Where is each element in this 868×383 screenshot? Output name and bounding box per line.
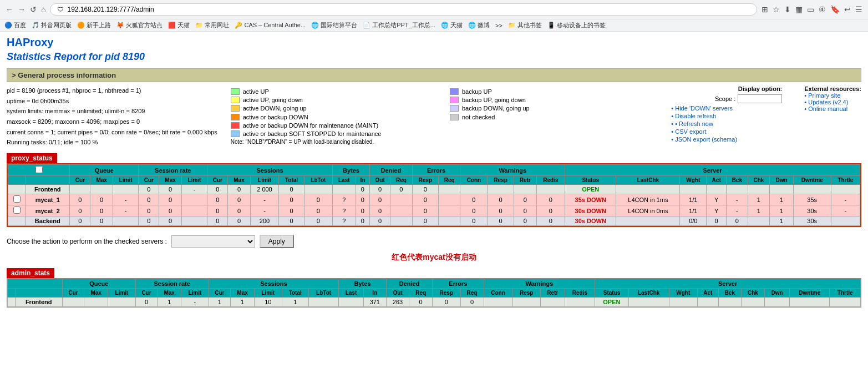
th-b-in: In — [356, 176, 369, 185]
th-d-resp: Resp — [412, 176, 438, 185]
extensions-icon[interactable]: ⊞ — [762, 5, 768, 14]
th-chk: Chk — [748, 176, 770, 185]
legend-color-active-up — [231, 88, 240, 95]
th-denied: Denied — [370, 165, 413, 176]
download-icon[interactable]: ⬇ — [784, 5, 791, 14]
reload-btn[interactable]: ↺ — [30, 5, 37, 14]
table-row: Frontend 0 0 - 0 0 2 000 0 0 — [8, 185, 860, 194]
forward-btn[interactable]: → — [18, 5, 26, 14]
bookmark-cas[interactable]: 🔑 CAS – Central Authe... — [235, 22, 306, 29]
th-q-limit: Limit — [113, 176, 139, 185]
system-limits: system limits: memmax = unlimited; ulimi… — [7, 106, 217, 117]
menu-icon[interactable]: ☰ — [855, 5, 862, 14]
back-btn[interactable]: ← — [6, 5, 13, 14]
tab-icon[interactable]: ▭ — [807, 5, 814, 14]
th-w-retr: Retr — [514, 176, 536, 185]
external-resources: External resources: Primary site Updates… — [804, 85, 861, 148]
json-export-link[interactable]: JSON export (schema) — [671, 136, 782, 143]
th-q-cur: Cur — [70, 176, 90, 185]
back-arrow-icon[interactable]: ↩ — [844, 5, 851, 14]
legend-label-not-checked: not checked — [462, 114, 495, 120]
frontend-status: OPEN — [565, 185, 616, 194]
th-s-max: Max — [228, 176, 250, 185]
legend-color-not-checked — [450, 114, 459, 120]
apply-button[interactable]: Apply — [260, 235, 294, 248]
home-btn[interactable]: ⌂ — [41, 5, 45, 14]
online-manual-link[interactable]: Online manual — [804, 105, 861, 112]
csv-export-link[interactable]: CSV export — [671, 128, 782, 135]
table-row: mycat_2 0 0 - 0 0 0 0 - 0 0 ? 0 — [8, 205, 860, 216]
bookmark-others[interactable]: 📁 其他书签 — [508, 21, 542, 29]
action-select[interactable]: Set state to READY Set state to DRAIN Se… — [171, 235, 255, 248]
scope-label: Scope : — [715, 95, 735, 102]
th-a-denied: Denied — [386, 279, 432, 289]
table-row: Frontend 0 1 - 1 1 10 1 371 — [8, 298, 861, 307]
legend-color-active-down — [231, 114, 240, 120]
updates-link[interactable]: Updates (v2.4) — [804, 99, 861, 105]
select-all-checkbox[interactable] — [35, 166, 43, 173]
bookmark-common[interactable]: 📁 常用网址 — [195, 21, 229, 29]
legend-label-active-down-up: active DOWN, going up — [243, 105, 307, 112]
legend-label-backup-up: backup UP — [462, 88, 492, 95]
bookmark-tmall[interactable]: 🟥 天猫 — [168, 21, 190, 29]
th-a-sessions: Sessions — [209, 279, 339, 289]
mycat1-checkbox[interactable] — [13, 195, 21, 203]
legend-active-up: active UP — [231, 88, 439, 95]
th-s-total: Total — [279, 176, 304, 185]
red-note: 红色代表mycat没有启动 — [7, 253, 861, 263]
legend-label-active-down: active or backup DOWN — [243, 114, 308, 120]
refresh-now-link[interactable]: • Refresh now — [671, 120, 782, 127]
primary-site-link[interactable]: Primary site — [804, 92, 861, 99]
th-dwn: Dwn — [770, 176, 794, 185]
admin-table-header-row2: Cur Max Limit Cur Max Limit Cur Max Limi… — [8, 289, 861, 298]
maxsock-line: maxsock = 8209; maxconn = 4096; maxpipes… — [7, 117, 217, 127]
th-name — [26, 176, 70, 185]
scope-row: Scope : — [671, 94, 782, 103]
legend-soft-stop: active or backup SOFT STOPPED for mainte… — [231, 130, 658, 138]
cb-cell-backend — [8, 216, 26, 226]
disable-refresh-link[interactable]: Disable refresh — [671, 113, 782, 119]
cb-cell — [8, 185, 26, 194]
star-icon[interactable]: ☆ — [773, 5, 780, 14]
legend-backup-up: backup UP — [450, 88, 658, 95]
address-bar[interactable]: 🛡 192.168.201.129:7777/admin — [50, 3, 757, 16]
th-server: Server — [565, 165, 860, 176]
profile-icon[interactable]: ④ — [819, 5, 826, 14]
admin-frontend-status: OPEN — [595, 298, 629, 307]
proxy-status-label: proxy_status — [7, 153, 57, 163]
page-title: Statistics Report for pid 8190 — [7, 51, 861, 63]
bookmark-baidu[interactable]: 🔵 百度 — [4, 21, 26, 29]
legend-active-down-up: active DOWN, going up — [231, 105, 439, 112]
bookmark-more[interactable]: >> — [495, 22, 502, 29]
mycat2-checkbox[interactable] — [13, 206, 21, 214]
bookmark-icon[interactable]: 🔖 — [830, 5, 840, 14]
th-sr-cur: Cur — [139, 176, 159, 185]
bookmark-firefox[interactable]: 🦊 火狐官方站点 — [116, 21, 163, 29]
legend-backup-up-down: backup UP, going down — [450, 96, 658, 103]
th-cb — [8, 176, 26, 185]
legend-color-maint — [231, 122, 240, 129]
mycat2-status: 30s DOWN — [565, 205, 616, 216]
legend-maint: active or backup DOWN for maintenance (M… — [231, 122, 658, 129]
scope-input[interactable] — [738, 94, 782, 103]
th-session-rate: Session rate — [139, 165, 207, 176]
browser-bar: ← → ↺ ⌂ 🛡 192.168.201.129:7777/admin ⊞ ☆… — [0, 0, 868, 19]
sidebar-icon[interactable]: ▦ — [795, 5, 803, 14]
legend-area: active UP backup UP active UP, going dow… — [229, 85, 661, 148]
bookmark-ppt[interactable]: 📄 工作总结PPT_工作总... — [363, 21, 435, 29]
bookmark-intl[interactable]: 🌐 国际结算平台 — [311, 21, 357, 29]
hide-down-servers-link[interactable]: Hide 'DOWN' servers — [671, 105, 782, 112]
bookmark-tmall2[interactable]: 🌐 天猫 — [441, 21, 463, 29]
page-content: HAProxy Statistics Report for pid 8190 >… — [0, 32, 868, 312]
th-s-cur: Cur — [207, 176, 228, 185]
info-legend-container: pid = 8190 (process #1, nbproc = 1, nbth… — [7, 85, 861, 148]
proxy-status-section: Queue Session rate Sessions Bytes Denied… — [7, 163, 861, 227]
legend-label-maint: active or backup DOWN for maintenance (M… — [243, 122, 379, 129]
pid-line: pid = 8190 (process #1, nbproc = 1, nbth… — [7, 85, 217, 96]
bookmark-douyin[interactable]: 🎵 抖音网页版 — [32, 21, 72, 29]
bookmark-newuser[interactable]: 🟠 新手上路 — [77, 21, 111, 29]
action-label: Choose the action to perform on the chec… — [7, 238, 167, 245]
bookmark-mobile[interactable]: 📱 移动设备上的书签 — [547, 21, 606, 29]
bookmark-weibo[interactable]: 🌐 微博 — [468, 21, 490, 29]
legend-label-backup-down-up: backup DOWN, going up — [462, 105, 530, 112]
